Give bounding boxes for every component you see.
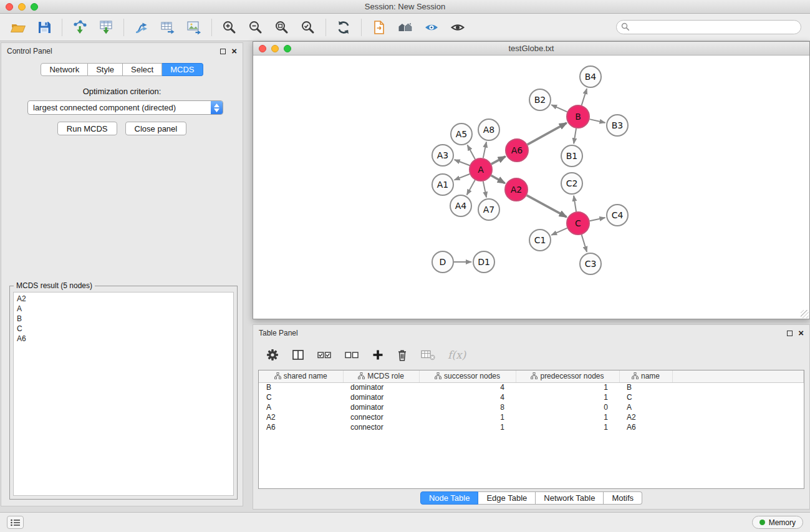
close-network-window-button[interactable] (259, 45, 266, 52)
zoom-window-button[interactable] (31, 3, 38, 11)
table-row[interactable]: A2connector11A2 (259, 412, 804, 422)
table-cell: A2 (259, 412, 343, 422)
close-table-panel-icon[interactable]: × (798, 330, 804, 336)
import-table-icon (98, 19, 114, 36)
graph-edge-A-A4[interactable] (467, 180, 475, 195)
export-image-button[interactable] (182, 16, 206, 39)
graph-node-label-C: C (575, 218, 581, 228)
table-tab-motifs[interactable]: Motifs (604, 491, 642, 505)
graph-edge-A-A5[interactable] (468, 145, 475, 160)
network-from-selection-button[interactable] (130, 16, 153, 39)
control-tab-network[interactable]: Network (41, 63, 88, 76)
function-builder-button[interactable]: f(x) (448, 349, 466, 361)
control-tab-style[interactable]: Style (88, 63, 123, 76)
zoom-network-window-button[interactable] (284, 45, 291, 52)
minimize-window-button[interactable] (18, 3, 26, 11)
graph-edge-B-B2[interactable] (551, 105, 567, 112)
float-panel-icon[interactable] (220, 49, 226, 54)
graph-edge-A-A7[interactable] (483, 181, 486, 198)
search-input[interactable] (616, 20, 801, 34)
graph-edge-A-A8[interactable] (483, 142, 486, 158)
mcds-result-item[interactable]: C (17, 324, 230, 334)
status-bar: Memory (0, 512, 810, 532)
network-window-titlebar[interactable]: testGlobe.txt (253, 42, 809, 56)
graph-node-label-B3: B3 (612, 120, 624, 130)
column-visibility-button[interactable] (291, 348, 305, 362)
import-network-icon (72, 19, 88, 36)
memory-button[interactable]: Memory (752, 516, 803, 529)
first-neighbors-button[interactable] (393, 16, 417, 39)
graph-edge-A-A1[interactable] (455, 174, 470, 180)
zoom-in-button[interactable] (218, 16, 241, 39)
table-row[interactable]: A6connector11A6 (259, 422, 804, 432)
graph-edge-B-B3[interactable] (590, 119, 605, 123)
float-table-panel-icon[interactable] (787, 331, 793, 336)
selected-criterion: largest connected component (directed) (28, 103, 211, 112)
table-row[interactable]: Bdominator41B (259, 382, 804, 392)
table-tab-network-table[interactable]: Network Table (536, 491, 604, 505)
node-table-container[interactable]: shared nameMCDS rolesuccessor nodesprede… (258, 370, 804, 489)
open-file-button[interactable] (6, 16, 30, 39)
graph-edge-C-C1[interactable] (551, 228, 567, 235)
column-header-shared-name[interactable]: shared name (259, 370, 343, 382)
table-tab-node-table[interactable]: Node Table (420, 491, 479, 505)
graph-edge-A6-B[interactable] (528, 123, 567, 145)
mcds-result-list[interactable]: A2ABCA6 (13, 292, 234, 496)
graph-edge-A-A6[interactable] (491, 157, 506, 164)
optimization-criterion-select[interactable]: largest connected component (directed) (27, 100, 223, 115)
table-row[interactable]: Cdominator41C (259, 392, 804, 402)
control-tab-select[interactable]: Select (123, 63, 162, 76)
control-panel-header: Control Panel × (1, 43, 243, 59)
network-canvas[interactable]: B4B2BB3A8A5A6B1A3AC2A1A2A4A7C4CC1C3DD1 (253, 56, 809, 319)
apply-layout-button[interactable] (332, 16, 355, 39)
network-graph[interactable]: B4B2BB3A8A5A6B1A3AC2A1A2A4A7C4CC1C3DD1 (253, 56, 809, 319)
window-resize-grip[interactable] (801, 310, 809, 318)
graph-edge-B-B4[interactable] (582, 89, 587, 105)
show-graphics-details-button[interactable] (420, 16, 443, 39)
delete-table-button[interactable] (420, 349, 436, 361)
close-window-button[interactable] (6, 3, 13, 11)
column-header-name[interactable]: name (619, 370, 672, 382)
export-document-button[interactable] (367, 16, 391, 39)
deselect-all-rows-button[interactable] (344, 348, 360, 362)
run-mcds-button[interactable]: Run MCDS (57, 122, 117, 135)
zoom-fit-button[interactable] (270, 16, 294, 39)
table-tab-edge-table[interactable]: Edge Table (478, 491, 536, 505)
table-cell-filler (672, 392, 804, 402)
import-table-from-file-button[interactable] (94, 16, 118, 39)
close-panel-icon[interactable]: × (231, 48, 237, 54)
new-table-button[interactable] (156, 16, 180, 39)
import-network-from-file-button[interactable] (68, 16, 92, 39)
select-all-rows-button[interactable] (317, 348, 332, 362)
control-tab-mcds[interactable]: MCDS (162, 63, 203, 76)
mcds-result-item[interactable]: A (17, 304, 230, 314)
table-row[interactable]: Adominator80A (259, 402, 804, 412)
mcds-result-item[interactable]: A6 (17, 334, 230, 344)
table-settings-button[interactable] (266, 348, 279, 362)
add-row-button[interactable] (372, 349, 384, 361)
graph-node-label-A8: A8 (483, 125, 494, 135)
zoom-selected-button[interactable] (296, 16, 320, 39)
graph-edge-A-A2[interactable] (491, 175, 505, 183)
table-cell: 1 (419, 412, 516, 422)
task-history-button[interactable] (7, 516, 24, 529)
birds-eye-view-button[interactable] (446, 16, 470, 39)
minimize-network-window-button[interactable] (271, 45, 279, 52)
mcds-result-item[interactable]: B (17, 314, 230, 324)
graph-edge-A2-C[interactable] (527, 195, 567, 217)
save-session-button[interactable] (32, 16, 56, 39)
graph-edge-C-C4[interactable] (590, 218, 605, 221)
zoom-out-button[interactable] (244, 16, 268, 39)
delete-row-button[interactable] (396, 348, 408, 362)
graph-edge-B-B1[interactable] (574, 128, 576, 143)
column-header-predecessor-nodes[interactable]: predecessor nodes (516, 370, 619, 382)
close-panel-button[interactable]: Close panel (125, 122, 187, 135)
column-header-successor-nodes[interactable]: successor nodes (419, 370, 516, 382)
column-header-mcds-role[interactable]: MCDS role (343, 370, 419, 382)
graph-edge-C-C2[interactable] (574, 196, 576, 211)
mcds-result-item[interactable]: A2 (17, 294, 230, 304)
open-folder-icon (10, 19, 26, 36)
graph-edge-A-A3[interactable] (455, 160, 470, 165)
toolbar-separator (325, 19, 326, 36)
graph-edge-C-C3[interactable] (582, 235, 587, 252)
